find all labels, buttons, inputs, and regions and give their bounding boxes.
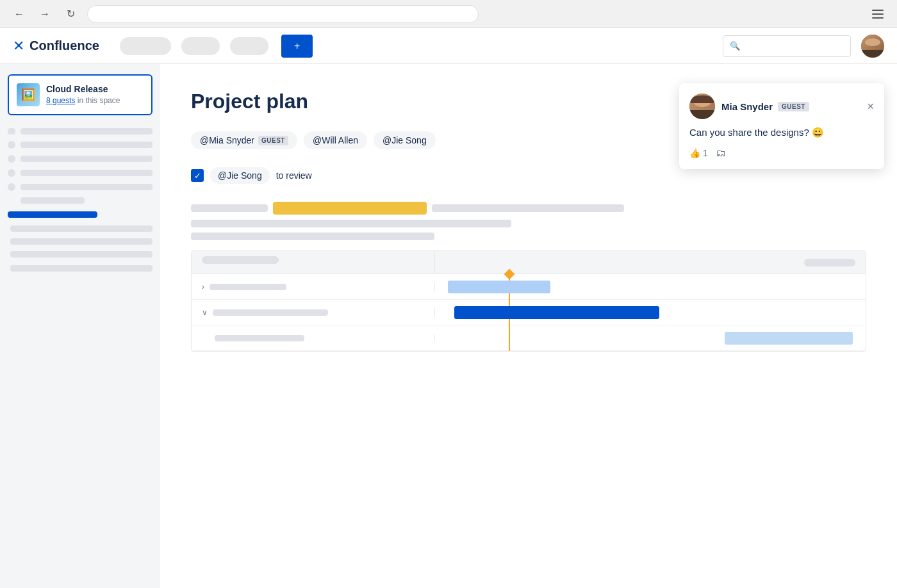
sidebar-item[interactable] [8,169,152,177]
mention-pill-mia[interactable]: @Mia Snyder GUEST [191,131,297,149]
popup-user-info: Mia Snyder GUEST [721,101,860,112]
gantt-row-left: ∨ [192,308,435,317]
gantt-row-right [435,274,866,299]
space-guests-link[interactable]: 8 guests [46,96,75,105]
hamburger-line [872,17,884,19]
gantt-row-label [215,335,304,341]
popup-avatar [689,94,715,119]
thumb-up-icon: 👍 [689,148,700,158]
gantt-row-label [213,309,328,316]
gantt-row-left: › [192,282,435,291]
gantt-row[interactable]: ∨ [192,300,866,325]
popup-actions: 👍 1 🗂 [689,147,874,159]
popup-message: Can you share the designs? 😀 [689,127,874,138]
expand-icon[interactable]: › [202,282,204,291]
gantt-row-left [192,335,435,341]
main-layout: 🖼️ Cloud Release 8 guests in this space [0,64,897,588]
like-count: 1 [703,148,708,158]
sidebar-skeleton-header [8,128,152,135]
sidebar-item[interactable] [8,155,152,163]
space-icon: 🖼️ [17,83,40,106]
sidebar-item[interactable] [8,141,152,149]
popup-username: Mia Snyder [721,101,773,112]
sidebar: 🖼️ Cloud Release 8 guests in this space [0,64,160,588]
content-skeleton-area [191,202,866,240]
task-checkbox[interactable]: ✓ [191,169,204,182]
sidebar-item[interactable] [8,251,152,257]
create-button[interactable]: + [281,35,313,58]
browser-chrome: ← → ↻ [0,0,897,28]
space-guests-suffix: in this space [75,96,120,105]
logo-text: Confluence [29,38,99,53]
search-icon: 🔍 [730,41,740,51]
sidebar-skeleton-line [8,197,152,204]
back-button[interactable]: ← [10,5,28,23]
collapse-icon[interactable]: ∨ [202,308,208,317]
sidebar-item[interactable] [8,265,152,272]
sidebar-item[interactable] [8,183,152,191]
sidebar-active-item[interactable] [8,211,152,218]
create-icon: + [294,40,300,52]
gantt-header-left [192,251,435,274]
mention-pill-will[interactable]: @Will Allen [304,131,367,149]
hamburger-line [872,13,884,15]
like-button[interactable]: 👍 1 [689,148,708,158]
checkmark-icon: ✓ [194,171,201,181]
forward-button[interactable]: → [36,5,54,23]
task-text: to review [276,170,312,181]
mention-name: @Will Allen [313,135,358,145]
guest-badge: GUEST [258,136,288,145]
task-row: ✓ @Jie Song to review [191,167,866,184]
archive-button[interactable]: 🗂 [716,147,726,159]
gantt-row-label [210,284,286,290]
confluence-logo-icon: ✕ [13,38,24,54]
gantt-body: › ∨ [192,274,866,351]
gantt-header-right [435,251,866,274]
popup-guest-badge: GUEST [778,102,809,111]
mention-name: @Jie Song [383,135,427,145]
space-info: Cloud Release 8 guests in this space [46,84,144,106]
gantt-bar [448,281,550,293]
popup-header: Mia Snyder GUEST × [689,94,874,119]
mention-name: @Mia Snyder [200,135,254,145]
gantt-row[interactable] [192,325,866,351]
logo[interactable]: ✕ Confluence [13,38,99,54]
space-card[interactable]: 🖼️ Cloud Release 8 guests in this space [8,74,152,115]
gantt-chart: › ∨ [191,250,866,352]
mention-pill-jie[interactable]: @Jie Song [374,131,436,149]
popup-close-button[interactable]: × [867,101,874,112]
address-bar[interactable] [87,5,479,23]
gantt-row-right [435,325,866,350]
gantt-bar [454,306,659,319]
gantt-row-right [435,300,866,325]
gantt-row[interactable]: › [192,274,866,300]
app-header: ✕ Confluence + 🔍 [0,28,897,64]
reload-button[interactable]: ↻ [62,5,79,23]
comment-popup: Mia Snyder GUEST × Can you share the des… [679,83,884,169]
archive-icon: 🗂 [716,147,726,158]
nav-item-2[interactable] [181,37,220,55]
browser-menu-button[interactable] [869,5,887,23]
gantt-bar [725,332,853,345]
task-mention[interactable]: @Jie Song [210,167,270,184]
hamburger-line [872,10,884,11]
content-area: Project plan @Mia Snyder GUEST @Will All… [160,64,897,588]
sidebar-item[interactable] [8,238,152,245]
user-avatar[interactable] [861,35,884,58]
search-box[interactable]: 🔍 [723,35,851,57]
nav-item-3[interactable] [230,37,268,55]
sidebar-item[interactable] [8,225,152,232]
gantt-header [192,251,866,274]
space-name: Cloud Release [46,84,144,94]
nav-item-1[interactable] [120,37,171,55]
